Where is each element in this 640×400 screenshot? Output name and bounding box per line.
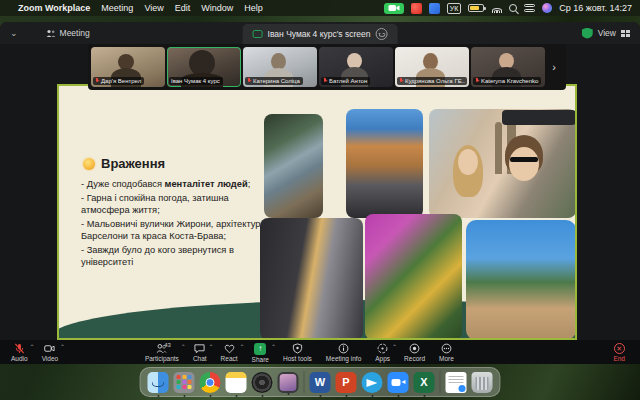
notes-icon[interactable]	[226, 372, 247, 393]
muted-mic-icon	[323, 78, 327, 84]
zoom-app-icon[interactable]	[388, 372, 409, 393]
record-button[interactable]: Record	[397, 340, 432, 364]
keyboard-layout-indicator[interactable]: УК	[447, 3, 462, 14]
slide-title: Враження	[83, 156, 165, 171]
camera-icon	[44, 343, 55, 354]
trash-icon[interactable]	[472, 372, 493, 393]
dock-separator	[304, 371, 305, 393]
zoom-meeting-window: ⌄ Meeting Іван Чумак 4 курс's screen Vie…	[0, 22, 640, 364]
sagrada-familia-spire	[495, 122, 502, 174]
filmstrip-next-button[interactable]: ›	[547, 47, 561, 87]
participant-video-active-speaker[interactable]: Іван Чумак 4 курс	[167, 47, 241, 87]
participant-nameplate: Іван Чумак 4 курс	[169, 77, 223, 85]
share-button[interactable]: ↑ Share ⌃	[245, 340, 276, 364]
menu-zoom-workplace[interactable]: Zoom Workplace	[18, 3, 90, 13]
selfie-guy-face	[509, 147, 539, 181]
tab-shared-screen[interactable]: Іван Чумак 4 курс's screen	[243, 24, 398, 44]
reactions-smiley-icon[interactable]	[375, 28, 387, 40]
video-button[interactable]: Video ⌃	[35, 340, 66, 364]
participants-count: 43	[164, 342, 171, 348]
screen-sharing-camera-indicator[interactable]	[384, 3, 404, 14]
iphone-mirroring-icon[interactable]	[278, 372, 299, 393]
excel-icon[interactable]: X	[414, 372, 435, 393]
participant-video[interactable]: Катерина Соліца	[243, 47, 317, 87]
tab-shared-screen-label: Іван Чумак 4 курс's screen	[268, 29, 371, 39]
telegram-icon[interactable]	[362, 372, 383, 393]
wifi-icon[interactable]	[491, 4, 502, 13]
more-button[interactable]: More	[432, 340, 461, 364]
desktop: { "menu_bar": { "apple": "", "items": ["…	[0, 0, 640, 400]
participants-button[interactable]: Participants 43 ⌃	[138, 340, 186, 364]
muted-mic-icon	[399, 78, 403, 84]
participant-nameplate: Катерина Соліца	[245, 77, 303, 85]
spotlight-search-icon[interactable]	[509, 4, 517, 12]
slide-bullets: - Дуже сподобався менталітет людей; - Га…	[81, 178, 277, 270]
view-button[interactable]: View	[598, 28, 616, 38]
video-options-chevron[interactable]: ⌃	[60, 343, 65, 350]
record-icon	[409, 343, 420, 354]
chat-button[interactable]: Chat ⌃	[186, 340, 214, 364]
apps-button[interactable]: Apps ⌃	[368, 340, 397, 364]
menu-meeting[interactable]: Meeting	[101, 3, 133, 13]
host-tools-button[interactable]: Host tools	[276, 340, 319, 364]
audio-button[interactable]: Audio ⌃	[4, 340, 35, 364]
security-shield-icon[interactable]	[582, 28, 593, 39]
menu-edit[interactable]: Edit	[175, 3, 191, 13]
view-grid-icon[interactable]	[621, 30, 630, 37]
word-icon[interactable]: W	[310, 372, 331, 393]
screen-share-icon	[253, 30, 263, 38]
muted-mic-icon	[475, 78, 479, 84]
powerpoint-icon[interactable]: P	[336, 372, 357, 393]
shared-screen-slide: Враження - Дуже сподобався менталітет лю…	[57, 84, 577, 340]
people-icon	[46, 29, 56, 38]
tab-meeting-label: Meeting	[60, 28, 90, 38]
apps-icon	[377, 343, 388, 354]
muted-mic-icon	[95, 78, 99, 84]
participant-nameplate: Батлей Антон	[321, 77, 370, 85]
participant-video[interactable]: Кудрянова Ольга ГЕ..	[395, 47, 469, 87]
launchpad-icon[interactable]	[174, 372, 195, 393]
muted-mic-icon	[247, 78, 251, 84]
menu-window[interactable]: Window	[201, 3, 233, 13]
bullet-1: - Дуже сподобався менталітет людей;	[81, 178, 277, 191]
collapse-chevron-icon[interactable]: ⌄	[10, 28, 18, 38]
finder-icon[interactable]	[148, 372, 169, 393]
participant-video[interactable]: Kateryna Kravchenko	[471, 47, 545, 87]
drive-tray-icon[interactable]	[429, 3, 440, 14]
macos-dock: W P X	[140, 367, 501, 397]
chat-bubble-icon	[194, 343, 205, 354]
meeting-info-button[interactable]: Meeting info	[319, 340, 368, 364]
photo-gothic-street	[260, 218, 363, 340]
end-meeting-button[interactable]: ✕ End	[606, 340, 632, 364]
bullet-3: - Мальовничі вулички Жирони, архітектура…	[81, 218, 277, 243]
document-app-icon[interactable]	[446, 372, 467, 393]
notification-tray-icon[interactable]	[411, 3, 422, 14]
bullet-2: - Гарна і спокійна погода, затишна атмос…	[81, 192, 277, 217]
camera-icon	[388, 4, 400, 12]
participant-nameplate: Кудрянова Ольга ГЕ..	[397, 77, 467, 85]
chrome-icon[interactable]	[200, 372, 221, 393]
info-icon	[338, 343, 349, 354]
react-button[interactable]: React ⌃	[214, 340, 245, 364]
photo-selfie-sagrada-familia	[429, 109, 576, 218]
end-x-icon: ✕	[614, 343, 625, 354]
photo-garden-flowers	[365, 214, 462, 340]
menu-view[interactable]: View	[144, 3, 163, 13]
ellipsis-icon	[441, 343, 452, 354]
muted-mic-icon	[14, 343, 25, 354]
participants-filmstrip: Дар'я Вентрел Іван Чумак 4 курс Катерина…	[88, 44, 566, 90]
window-title-bar: ⌄ Meeting Іван Чумак 4 курс's screen Vie…	[0, 22, 640, 44]
macos-menu-bar: Zoom Workplace Meeting View Edit Window …	[0, 0, 640, 16]
battery-icon[interactable]	[468, 4, 484, 12]
participant-nameplate: Kateryna Kravchenko	[473, 77, 541, 85]
control-center-icon[interactable]	[524, 4, 535, 13]
siri-icon[interactable]	[542, 3, 552, 13]
menu-help[interactable]: Help	[244, 3, 263, 13]
bullet-4: - Завжди було до кого звернутися в уніве…	[81, 244, 277, 269]
dark-round-app-icon[interactable]	[252, 372, 273, 393]
tab-meeting[interactable]: Meeting	[46, 28, 90, 38]
participant-video[interactable]: Батлей Антон	[319, 47, 393, 87]
slide-title-text: Враження	[101, 156, 165, 171]
sunglasses	[510, 157, 538, 162]
participant-video[interactable]: Дар'я Вентрел	[91, 47, 165, 87]
